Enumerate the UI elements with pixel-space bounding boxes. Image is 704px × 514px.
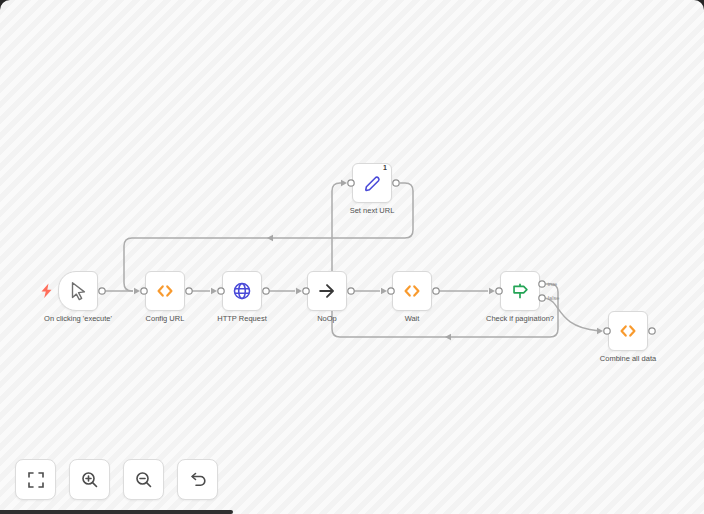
output-label-true: true — [548, 281, 558, 287]
node-label: NoOp — [317, 314, 337, 323]
arrowhead — [341, 180, 347, 187]
lightning-bolt-icon — [42, 284, 52, 299]
undo-icon — [188, 470, 208, 490]
node-label: On clicking 'execute' — [44, 314, 112, 323]
arrowhead — [597, 328, 603, 335]
node-noop[interactable]: NoOp — [307, 271, 347, 311]
canvas-controls-toolbar — [15, 459, 218, 500]
fit-view-icon — [26, 470, 46, 490]
pencil-icon — [361, 172, 383, 194]
undo-button[interactable] — [177, 459, 218, 500]
zoom-out-icon — [134, 470, 154, 490]
output-label-false: false — [548, 295, 560, 301]
node-label: Check if pagination? — [486, 314, 554, 323]
code-icon — [154, 280, 176, 302]
arrowhead — [296, 288, 302, 295]
arrowhead — [489, 288, 495, 295]
connections-layer — [0, 0, 704, 514]
fit-view-button[interactable] — [15, 459, 56, 500]
zoom-out-button[interactable] — [123, 459, 164, 500]
node-set-next-url[interactable]: 1 Set next URL — [352, 163, 392, 203]
window-bottom-edge — [0, 510, 233, 514]
node-config-url[interactable]: Config URL — [145, 271, 185, 311]
arrowhead — [211, 288, 217, 295]
node-check-if-pagination[interactable]: Check if pagination? — [500, 271, 540, 311]
code-icon — [401, 280, 423, 302]
output-port[interactable] — [99, 288, 105, 294]
workflow-canvas[interactable]: On clicking 'execute' Config URL HTTP Re… — [0, 0, 704, 514]
node-label: Wait — [405, 314, 420, 323]
arrowhead — [381, 288, 387, 295]
output-port[interactable] — [649, 328, 655, 334]
output-port[interactable] — [433, 288, 439, 294]
output-port[interactable] — [263, 288, 269, 294]
node-label: HTTP Request — [217, 314, 266, 323]
globe-icon — [231, 280, 253, 302]
arrow-right-icon — [316, 280, 338, 302]
arrowhead — [267, 235, 273, 242]
ports-layer: true false — [0, 0, 704, 514]
node-combine-all-data[interactable]: Combine all data — [608, 311, 648, 351]
output-port[interactable] — [393, 180, 399, 186]
output-port[interactable] — [348, 288, 354, 294]
node-label: Combine all data — [600, 354, 656, 363]
zoom-in-icon — [80, 470, 100, 490]
node-on-clicking-execute[interactable]: On clicking 'execute' — [58, 271, 98, 311]
items-count-badge: 1 — [383, 164, 387, 171]
node-label: Config URL — [146, 314, 185, 323]
zoom-in-button[interactable] — [69, 459, 110, 500]
node-wait[interactable]: Wait — [392, 271, 432, 311]
arrowhead — [445, 334, 451, 341]
node-http-request[interactable]: HTTP Request — [222, 271, 262, 311]
arrowhead — [134, 288, 140, 295]
output-port[interactable] — [186, 288, 192, 294]
code-icon — [617, 320, 639, 342]
node-label: Set next URL — [350, 206, 395, 215]
cursor-icon — [67, 280, 89, 302]
signpost-icon — [509, 280, 531, 302]
